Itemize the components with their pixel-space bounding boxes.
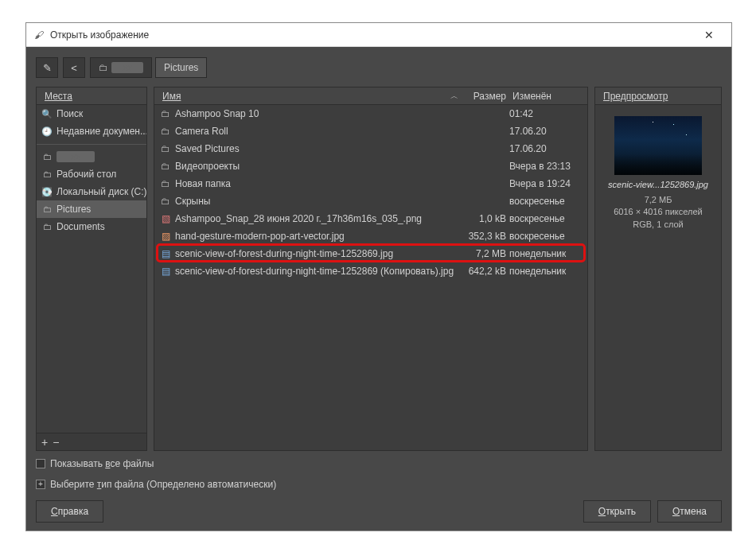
folder-icon	[159, 196, 172, 207]
folder-icon	[159, 108, 172, 119]
remove-place-button[interactable]: −	[53, 436, 59, 449]
places-footer: + −	[37, 433, 146, 450]
files-panel: Имя ︿ Размер Изменён Ashampoo Snap 1001:…	[154, 87, 588, 451]
files-header[interactable]: Имя ︿ Размер Изменён	[154, 87, 587, 105]
filetype-expander[interactable]: +	[36, 480, 45, 489]
file-name: Скрыны	[175, 196, 463, 207]
sidebar-item[interactable]: 🔍Поиск	[37, 105, 146, 122]
image-icon	[159, 266, 172, 277]
place-label: Documents	[57, 221, 105, 232]
button-row: Справка Открыть Отмена	[36, 500, 722, 523]
col-modified[interactable]: Изменён	[509, 91, 583, 102]
sidebar-item[interactable]: 🕘Недавние докумен...	[37, 122, 146, 140]
place-icon: 🔍	[41, 109, 53, 119]
file-row[interactable]: scenic-view-of-forest-during-night-time-…	[154, 262, 587, 280]
open-image-dialog: 🖌 Открыть изображение ✕ ✎ < xx Pictures …	[25, 22, 732, 531]
place-icon: 🗀	[41, 152, 53, 161]
image-icon	[159, 248, 172, 259]
file-size: 642,2 kB	[463, 266, 509, 277]
file-modified: воскресенье	[509, 231, 583, 242]
file-size: 1,0 kB	[463, 213, 509, 224]
preview-body: scenic-view...1252869.jpg 7,2 МБ 6016 × …	[595, 105, 721, 450]
sidebar-item[interactable]: 🗀Рабочий стол	[37, 165, 146, 183]
redacted-crumb: xx	[111, 62, 143, 73]
preview-meta: 7,2 МБ 6016 × 4016 пикселей RGB, 1 слой	[614, 194, 703, 231]
place-label: Недавние докумен...	[57, 126, 146, 137]
file-row[interactable]: scenic-view-of-forest-during-night-time-…	[154, 245, 587, 262]
main-split: Места 🔍Поиск🕘Недавние докумен...🗀xx🗀Рабо…	[36, 87, 722, 451]
file-name: scenic-view-of-forest-during-night-time-…	[175, 248, 463, 259]
file-row[interactable]: Новая папкаВчера в 19:24	[154, 175, 587, 192]
file-name: hand-gesture-modern-pop-art-vector.jpg	[175, 231, 463, 242]
show-all-label[interactable]: Показывать все файлы	[50, 458, 154, 469]
filetype-row: + Выберите тип файла (Определено автомат…	[36, 476, 722, 492]
image-icon	[159, 231, 172, 242]
file-name: Новая папка	[175, 178, 463, 189]
place-label: xx	[57, 151, 95, 162]
preview-thumbnail	[614, 116, 702, 175]
edit-path-button[interactable]: ✎	[36, 57, 58, 78]
file-name: Saved Pictures	[175, 143, 463, 154]
place-icon: 🗀	[41, 204, 53, 214]
place-label: Pictures	[57, 204, 91, 215]
close-icon[interactable]: ✕	[693, 29, 725, 41]
places-header: Места	[37, 87, 146, 105]
back-button[interactable]: <	[63, 57, 85, 78]
file-row[interactable]: ВидеопроектыВчера в 23:13	[154, 157, 587, 175]
file-name: Ashampoo Snap 10	[175, 108, 463, 119]
file-modified: Вчера в 19:24	[509, 178, 583, 189]
file-name: Camera Roll	[175, 126, 463, 137]
folder-icon	[159, 143, 172, 154]
file-modified: воскресенье	[509, 196, 583, 207]
file-name: Видеопроекты	[175, 161, 463, 172]
place-icon: 🗀	[41, 169, 53, 179]
sidebar-item[interactable]: 💽Локальный диск (C:)	[37, 183, 146, 200]
window-title: Открыть изображение	[50, 29, 693, 41]
col-size[interactable]: Размер	[463, 91, 509, 102]
folder-icon	[159, 161, 172, 172]
help-button[interactable]: Справка	[36, 500, 103, 523]
add-place-button[interactable]: +	[41, 436, 48, 449]
file-row[interactable]: Скрынывоскресенье	[154, 192, 587, 210]
folder-icon	[159, 178, 172, 189]
file-modified: понедельник	[509, 266, 583, 277]
place-icon: 💽	[41, 187, 53, 197]
filetype-label[interactable]: Выберите тип файла (Определено автоматич…	[50, 479, 276, 490]
show-all-checkbox[interactable]	[36, 459, 45, 468]
file-size: 7,2 MB	[463, 248, 509, 259]
file-row[interactable]: Camera Roll17.06.20	[154, 122, 587, 140]
file-modified: воскресенье	[509, 213, 583, 224]
file-modified: понедельник	[509, 248, 583, 259]
breadcrumb-prev[interactable]: xx	[90, 57, 152, 78]
file-row[interactable]: hand-gesture-modern-pop-art-vector.jpg35…	[154, 227, 587, 245]
file-row[interactable]: Saved Pictures17.06.20	[154, 140, 587, 157]
folder-icon	[159, 126, 172, 137]
file-modified: 01:42	[509, 108, 583, 119]
col-name[interactable]: Имя	[159, 91, 450, 102]
place-icon: 🕘	[41, 126, 53, 137]
titlebar: 🖌 Открыть изображение ✕	[26, 23, 731, 47]
sidebar-item[interactable]: 🗀Pictures	[37, 200, 146, 218]
dialog-content: ✎ < xx Pictures Места 🔍Поиск🕘Недавние до…	[26, 47, 731, 531]
places-panel: Места 🔍Поиск🕘Недавние докумен...🗀xx🗀Рабо…	[36, 87, 147, 451]
file-row[interactable]: Ashampoo Snap 1001:42	[154, 105, 587, 122]
file-row[interactable]: Ashampoo_Snap_28 июня 2020 г._17h36m16s_…	[154, 210, 587, 227]
path-toolbar: ✎ < xx Pictures	[36, 55, 722, 80]
sidebar-item[interactable]: 🗀Documents	[37, 218, 146, 235]
breadcrumb-current[interactable]: Pictures	[155, 57, 207, 78]
file-size: 352,3 kB	[463, 231, 509, 242]
show-all-row: Показывать все файлы	[36, 456, 722, 472]
folder-icon	[99, 62, 108, 73]
place-label: Локальный диск (C:)	[57, 186, 146, 197]
image-icon	[159, 213, 172, 224]
file-name: scenic-view-of-forest-during-night-time-…	[175, 266, 463, 277]
open-button[interactable]: Открыть	[583, 500, 651, 523]
files-list: Ashampoo Snap 1001:42Camera Roll17.06.20…	[154, 105, 587, 450]
place-label: Поиск	[57, 108, 83, 119]
preview-filename: scenic-view...1252869.jpg	[608, 180, 708, 189]
sidebar-item[interactable]: 🗀xx	[37, 148, 146, 165]
preview-header: Предпросмотр	[595, 87, 721, 105]
breadcrumbs: xx Pictures	[90, 57, 207, 78]
cancel-button[interactable]: Отмена	[657, 500, 722, 523]
place-label: Рабочий стол	[57, 169, 116, 180]
